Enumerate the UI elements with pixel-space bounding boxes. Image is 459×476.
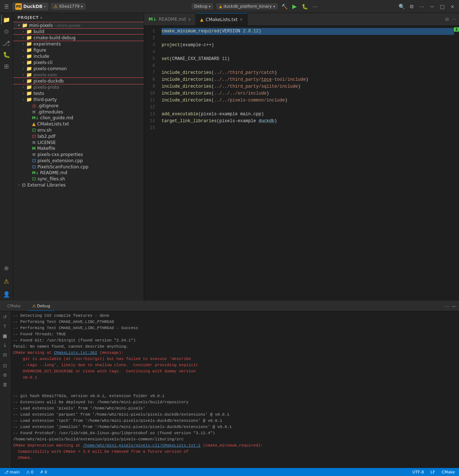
close-icon[interactable]: × <box>449 3 456 10</box>
cmake-warning-link[interactable]: CMakeLists.txt:302 <box>54 351 97 355</box>
sidebar-item-gitignore[interactable]: ◎ .gitignore <box>13 103 144 109</box>
debug-selector[interactable]: Debug ▾ <box>191 3 214 9</box>
panel-copy-icon[interactable]: ⊡ <box>1 361 9 369</box>
gutter-badge: 2 <box>454 27 459 32</box>
debug-run-icon[interactable]: 🐛 <box>301 3 308 10</box>
output-line: -- Found Git: /usr/bin/git (found versio… <box>13 337 456 344</box>
activity-remote-icon[interactable]: ⊕ <box>1 263 12 273</box>
more-tabs-icon[interactable]: ⋯ <box>452 17 456 22</box>
tab-readme-md[interactable]: M↓ README.md × <box>144 13 196 25</box>
cpp-icon: ⊡ <box>32 158 36 163</box>
status-branch[interactable]: ⎇ main <box>3 470 21 475</box>
menu-icon[interactable]: ☰ <box>3 3 10 10</box>
chevron-right-icon: › <box>16 183 22 187</box>
hammer-icon[interactable]: 🔨 <box>281 3 288 10</box>
search-icon[interactable]: 🔍 <box>398 3 405 10</box>
chevron-right-icon: › <box>20 60 26 64</box>
sidebar-item-pixels-duckdb[interactable]: › 📁 pixels-duckdb <box>13 78 144 84</box>
sidebar-item-makefile[interactable]: M Makefile <box>13 145 144 151</box>
status-warnings[interactable]: ⚠ 0 <box>25 470 35 475</box>
chevron-right-icon: › <box>20 79 26 83</box>
gitignore-icon: ◎ <box>32 103 36 108</box>
sidebar-item-pixels-scan-function-cpp[interactable]: ⊡ PixelsScanFunction.cpp <box>13 164 144 170</box>
tab-cmakelists[interactable]: ▲ CMakeLists.txt × <box>196 13 248 25</box>
sidebar-header[interactable]: Project ▾ <box>13 13 144 22</box>
warning-icon: ⚠ <box>26 470 30 475</box>
sidebar-item-experiments[interactable]: › 📁 experiments <box>13 41 144 47</box>
sidebar-item-pixels-cli[interactable]: › 📁 pixels-cli <box>13 59 144 65</box>
output-line: -- Load extension 'jemalloc' from '/home… <box>13 424 456 430</box>
activity-search-icon[interactable]: ⊙ <box>1 26 12 36</box>
status-errors[interactable]: ✗ 0 <box>39 470 48 475</box>
status-encoding[interactable]: UTF-8 <box>411 470 425 475</box>
sidebar-item-sync-files-sh[interactable]: ⊡ sync_files.sh <box>13 176 144 182</box>
settings-icon[interactable]: ⚙ <box>408 3 415 10</box>
sidebar-chevron: ▾ <box>40 16 42 20</box>
run-button[interactable]: ▶ <box>291 2 298 11</box>
language-label: CMake <box>442 470 455 475</box>
panel-tab-cmake[interactable]: CMake <box>3 301 25 311</box>
sidebar-item-figure[interactable]: › 📁 figure <box>13 47 144 53</box>
activity-explorer-icon[interactable]: 📁 <box>1 15 11 25</box>
maximize-icon[interactable]: □ <box>439 3 446 10</box>
sidebar-item-license[interactable]: ≡ LICENSE <box>13 139 144 145</box>
folder-icon: 📁 <box>26 84 32 90</box>
chevron-right-icon: › <box>20 91 26 95</box>
output-line: -- Load extension 'pixels' from '/home/w… <box>13 405 456 412</box>
status-language[interactable]: CMake <box>440 470 456 475</box>
activity-account-icon[interactable]: 👤 <box>1 289 12 299</box>
git-branch-icon: ⎇ <box>4 470 9 475</box>
sidebar-item-env-sh[interactable]: ⊡ env.sh <box>13 127 144 133</box>
activity-extensions-icon[interactable]: ⊞ <box>1 61 12 71</box>
cmake-deprecation-link[interactable]: /home/whz/mini-pixels/pixels-cli/CMakeLi… <box>83 443 200 448</box>
panel-scroll-down-icon[interactable]: ↓ <box>1 341 9 349</box>
split-editor-icon[interactable]: ⊟ <box>445 17 449 22</box>
tab-close-cmake-icon[interactable]: × <box>240 17 243 21</box>
sidebar-item-cmake-build-debug[interactable]: › 📁 cmake-build-debug <box>13 35 144 41</box>
panel-stop-icon[interactable]: ■ <box>1 332 9 340</box>
panel-more-icon[interactable]: ⋯ <box>444 303 450 309</box>
sidebar-item-pixels-core[interactable]: › 📁 pixels-core <box>13 72 144 78</box>
sidebar-item-external-libraries[interactable]: › ⊟ External Libraries <box>13 182 144 188</box>
sidebar-item-include[interactable]: › 📁 include <box>13 53 144 59</box>
minimize-icon[interactable]: − <box>428 3 436 10</box>
brand-button[interactable]: PD DuckDB ▾ <box>12 3 48 11</box>
panel-tab-debug[interactable]: ⚠ Debug <box>28 301 55 311</box>
sidebar-item-mini-pixels[interactable]: ▾ 📁 mini-pixels ~/mini-pixels <box>13 22 144 28</box>
activity-warning-icon[interactable]: ⚠ <box>1 276 12 286</box>
status-line-ending[interactable]: LF <box>430 470 436 475</box>
sidebar-item-readme-md[interactable]: M↓ README.md <box>13 170 144 176</box>
git-branch-button[interactable]: ⚠ 65ea1779 ▾ <box>51 3 86 10</box>
output-line: -- Load extension 'tpch' from '/home/whz… <box>13 418 456 424</box>
sidebar-item-gitmodules[interactable]: ≡ .gitmodules <box>13 109 144 115</box>
panel-trash-icon[interactable]: 🗑 <box>1 380 9 388</box>
target-selector[interactable]: ▲ duckdb_platform_binary ▾ <box>216 3 278 9</box>
sidebar-item-pixels-proto[interactable]: › 📁 pixels-proto <box>13 84 144 90</box>
panel-restart-icon[interactable]: ↺ <box>1 313 9 321</box>
sidebar-item-pixels-common[interactable]: › 📁 pixels-common <box>13 65 144 72</box>
tab-close-icon[interactable]: × <box>188 17 191 21</box>
activity-git-icon[interactable]: ⎇ <box>1 38 12 48</box>
sidebar-item-lab2-pdf[interactable]: ⊡ lab2.pdf <box>13 133 144 139</box>
more-options-icon[interactable]: ⋯ <box>311 3 318 10</box>
sidebar-item-cmakelists[interactable]: ▲ CMakeLists.txt <box>13 121 144 127</box>
panel-close-icon[interactable]: − <box>452 303 456 309</box>
cmake-tab-label: CMake <box>7 304 21 308</box>
sidebar-item-pixels-cxx-properties[interactable]: ≡ pixels-cxx.properties <box>13 151 144 157</box>
line-numbers: 1 2 3 4 5 6 7 8 9 10 11 12 13 14 15 <box>144 26 159 301</box>
code-line-11: include_directories(../../pixels-common/… <box>162 97 454 104</box>
sidebar-item-pixels-extension-cpp[interactable]: ⊡ pixels_extension.cpp <box>13 157 144 164</box>
panel-filter-icon[interactable]: ⊟ <box>1 351 9 359</box>
panel-settings-icon[interactable]: ⚙ <box>1 371 9 379</box>
activity-debug-icon[interactable]: 🐛 <box>1 49 12 60</box>
panel-scroll-up-icon[interactable]: ↑ <box>1 322 9 330</box>
sidebar-item-build[interactable]: › 📁 build <box>13 28 144 35</box>
gitmodules-icon: ≡ <box>32 109 36 115</box>
chevron-right-icon: › <box>20 97 26 101</box>
sidebar-item-tests[interactable]: › 📁 tests <box>13 90 144 96</box>
sidebar-item-clion-guide[interactable]: M↓ clion_guide.md <box>13 115 144 121</box>
line-ending-label: LF <box>431 470 435 475</box>
code-editor[interactable]: cmake_minimum_required(VERSION 2.8.12) p… <box>159 26 454 301</box>
more-icon[interactable]: ⋯ <box>418 3 426 10</box>
sidebar-item-third-party[interactable]: › 📁 third-party <box>13 96 144 103</box>
